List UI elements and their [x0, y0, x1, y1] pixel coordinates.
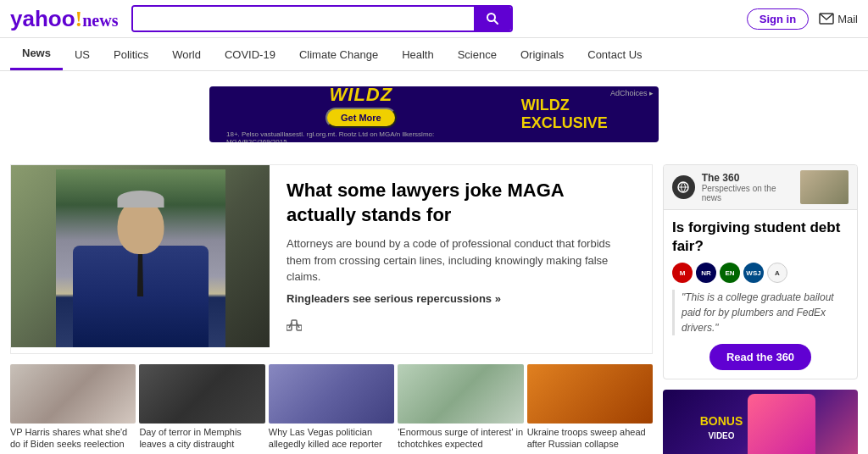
thumb-caption-5: Ukraine troops sweep ahead after Russian… [527, 426, 653, 451]
mail-label: Mail [837, 13, 858, 25]
source-icons: M NR EN WSJ A [672, 263, 849, 283]
read-the-360-button[interactable]: Read the 360 [709, 344, 811, 370]
thumb-image-4 [398, 364, 523, 424]
thumbnail-row: VP Harris shares what she'd do if Biden … [10, 364, 653, 451]
source-icon-5: A [767, 263, 787, 283]
thumb-image-5 [527, 364, 653, 424]
nav-item-us[interactable]: US [63, 40, 102, 69]
header: yahoo!news Sign in Mail [0, 0, 868, 38]
thumb-item-2[interactable]: Day of terror in Memphis leaves a city d… [139, 364, 264, 451]
thumb-item-5[interactable]: Ukraine troops sweep ahead after Russian… [527, 364, 653, 451]
ad-choices-label: AdChoices ▸ [610, 89, 654, 97]
the360-quote: "This is a college graduate bailout paid… [672, 290, 849, 335]
source-icon-4: WSJ [743, 263, 764, 283]
the360-title: Is forgiving student debt fair? [672, 219, 849, 256]
sidebar-ad-text: BONUSVIDEO [700, 414, 743, 441]
nav-item-climate[interactable]: Climate Change [287, 40, 390, 69]
main-content: What some lawyers joke MAGA actually sta… [10, 164, 653, 454]
nav-item-covid[interactable]: COVID-19 [213, 40, 287, 69]
sidebar-ad-slot: BONUSVIDEO [663, 390, 858, 454]
featured-description: Attorneys are bound by a code of profess… [287, 235, 635, 285]
nav-item-science[interactable]: Science [446, 40, 509, 69]
featured-article: What some lawyers joke MAGA actually sta… [10, 164, 653, 354]
main-nav: News US Politics World COVID-19 Climate … [0, 38, 868, 71]
the360-text: The 360 Perspectives on the news [702, 172, 793, 202]
source-icon-3: EN [720, 263, 740, 283]
nav-item-world[interactable]: World [160, 40, 213, 69]
logo: yahoo!news [10, 5, 118, 32]
ad-brand: WILDZ [330, 86, 393, 106]
thumb-item-3[interactable]: Why Las Vegas politician allegedly kille… [269, 364, 394, 451]
ad-get-more-button[interactable]: Get More [326, 108, 397, 128]
nav-item-contact[interactable]: Contact Us [576, 40, 654, 69]
sidebar-ad-visual [748, 394, 815, 454]
svg-rect-3 [292, 320, 297, 325]
the360-label: The 360 [702, 172, 793, 184]
featured-image [11, 165, 270, 347]
thumb-caption-3: Why Las Vegas politician allegedly kille… [269, 426, 394, 451]
360-icon [676, 180, 690, 194]
main-layout: What some lawyers joke MAGA actually sta… [0, 158, 868, 454]
search-icon [486, 12, 499, 25]
featured-text: What some lawyers joke MAGA actually sta… [270, 165, 652, 353]
mail-icon [819, 13, 834, 25]
ad-exclusive: WILDZ EXCLUSIVE [521, 97, 659, 132]
the360-body: Is forgiving student debt fair? M NR EN … [664, 210, 857, 379]
mail-link[interactable]: Mail [819, 13, 858, 25]
thumb-image-2 [139, 364, 264, 424]
logo-text: yahoo!news [10, 5, 118, 32]
the360-header: The 360 Perspectives on the news [664, 165, 857, 210]
ad-banner: AdChoices ▸ WILDZ Get More 18+. Pelso va… [209, 86, 659, 142]
source-icon-1: M [672, 263, 693, 283]
thumb-caption-4: 'Enormous surge of interest' in tchotchk… [398, 426, 523, 451]
featured-title: What some lawyers joke MAGA actually sta… [287, 179, 635, 227]
the360-header-image [800, 170, 849, 204]
share-icon[interactable] [287, 318, 635, 340]
sign-in-button[interactable]: Sign in [747, 8, 809, 30]
header-right: Sign in Mail [747, 8, 858, 30]
thumb-item-4[interactable]: 'Enormous surge of interest' in tchotchk… [398, 364, 523, 451]
thumb-item-1[interactable]: VP Harris shares what she'd do if Biden … [10, 364, 136, 451]
thumb-image-3 [269, 364, 394, 424]
thumb-caption-2: Day of terror in Memphis leaves a city d… [139, 426, 264, 451]
the360-circle-icon [672, 175, 695, 199]
nav-item-health[interactable]: Health [390, 40, 446, 69]
source-icon-2: NR [696, 263, 716, 283]
the360-card: The 360 Perspectives on the news Is forg… [663, 164, 858, 379]
search-button[interactable] [474, 7, 511, 30]
svg-line-1 [494, 20, 498, 24]
ad-disclaimer: 18+. Pelso vastualllasestl. rgl.org.mt. … [226, 130, 496, 143]
featured-link[interactable]: Ringleaders see serious repercussions » [287, 292, 635, 305]
thumb-caption-1: VP Harris shares what she'd do if Biden … [10, 426, 136, 451]
nav-item-politics[interactable]: Politics [102, 40, 160, 69]
nav-item-news[interactable]: News [10, 38, 63, 70]
sidebar: The 360 Perspectives on the news Is forg… [663, 164, 858, 454]
featured-link-anchor[interactable]: Ringleaders see serious repercussions » [287, 292, 501, 305]
search-bar [131, 5, 513, 32]
search-input[interactable] [133, 7, 474, 30]
nav-item-originals[interactable]: Originals [509, 40, 576, 69]
thumb-image-1 [10, 364, 136, 424]
the360-sub: Perspectives on the news [702, 184, 793, 202]
